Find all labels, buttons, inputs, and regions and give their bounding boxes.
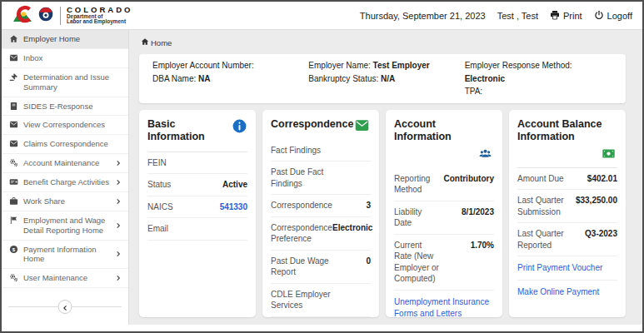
- sidebar-item-payment-information-home[interactable]: $ Payment Information Home: [2, 241, 128, 270]
- sidebar-collapse-button[interactable]: [58, 300, 72, 314]
- row-label: CDLE Employer Services: [271, 289, 332, 311]
- sidebar-item-work-share[interactable]: Work Share: [2, 192, 128, 211]
- correspondence-header: Correspondence: [271, 118, 371, 132]
- table-row: FEIN: [147, 152, 247, 175]
- table-row: Past Due Wage Report 0: [271, 251, 371, 284]
- card-title: Basic Information: [147, 118, 232, 144]
- chevron-left-icon: [62, 300, 68, 315]
- account-balance-card: Account Balance Information Amount Due $…: [509, 110, 626, 318]
- print-button[interactable]: Print: [550, 10, 582, 22]
- money-check-icon: [9, 177, 18, 186]
- table-row: Last Quarter Submission $33,250.00: [517, 190, 617, 223]
- colorado-c-logo-icon: [13, 4, 35, 27]
- table-row: Status Active: [147, 174, 247, 196]
- tpa-label: TPA:: [465, 87, 482, 96]
- content-area: Employer Home Inbox Determination and Is…: [2, 30, 642, 325]
- ui-forms-letters-link[interactable]: Unemployment Insurance Forms and Letters…: [394, 297, 489, 317]
- flag-icon: [9, 216, 18, 225]
- basic-information-header: Basic Information: [147, 118, 247, 144]
- sidebar-item-sides-e-response[interactable]: SIDES E-Response: [2, 97, 128, 117]
- preference-value: Electronic: [332, 222, 372, 234]
- dba-label: DBA Name:: [152, 74, 196, 83]
- sidebar-item-benefit-charge-activities[interactable]: Benefit Charge Activities: [2, 173, 128, 192]
- envelope-green-icon: [353, 118, 371, 132]
- row-label: Correspondence Preference: [271, 222, 332, 245]
- table-row: Correspondence 3: [271, 195, 371, 217]
- logged-in-user: Test , Test: [497, 11, 538, 21]
- table-row: Email: [147, 218, 247, 241]
- chevron-right-icon: [115, 179, 122, 186]
- account-information-header: Account Information: [394, 118, 494, 161]
- row-label: Current Rate (New Employer or Computed): [394, 240, 441, 285]
- sidebar-item-determination-issue-summary[interactable]: Determination and Issue Summary: [2, 68, 128, 97]
- cogs-icon: [9, 273, 18, 282]
- table-row: Amount Due $402.01: [517, 168, 617, 191]
- chevron-right-icon: [115, 222, 122, 229]
- chevron-right-icon: [115, 198, 122, 205]
- chevron-right-icon: [115, 251, 122, 257]
- dashboard-cards: Basic Information FEIN Status Active: [139, 110, 626, 318]
- row-label: Fact Findings: [271, 145, 332, 157]
- dollar-circle-icon: $: [9, 245, 18, 254]
- colorado-logo-marks: [13, 4, 54, 27]
- correspondence-count: 3: [332, 200, 371, 211]
- brand-divider: [60, 7, 61, 25]
- response-method-label: Employer Response Method:: [465, 61, 572, 70]
- sidebar-item-account-maintenance[interactable]: Account Maintenance: [2, 154, 128, 173]
- last-quarter-reported-value: Q3-2023: [567, 228, 617, 240]
- bankruptcy-label: Bankruptcy Status:: [308, 74, 378, 83]
- employer-info-bar: Employer Account Number: DBA Name: NA Em…: [139, 54, 626, 103]
- table-row: Reporting Method Contributory: [394, 168, 494, 201]
- employer-name-value: Test Employer: [373, 61, 430, 70]
- sidebar-nav: Employer Home Inbox Determination and Is…: [2, 30, 129, 325]
- naics-link[interactable]: 541330: [197, 201, 247, 213]
- employer-info-col-1: Employer Account Number: DBA Name: NA: [152, 59, 300, 98]
- table-row: Current Rate (New Employer or Computed) …: [394, 235, 494, 291]
- row-label: NAICS: [147, 201, 197, 213]
- row-label: Last Quarter Reported: [517, 228, 567, 251]
- amount-due-value: $402.01: [567, 173, 617, 185]
- row-label: Status: [147, 179, 197, 191]
- basic-information-card: Basic Information FEIN Status Active: [139, 110, 256, 318]
- table-row: Past Due Fact Findings: [271, 162, 371, 195]
- printer-icon: [550, 10, 560, 22]
- breadcrumb-home-link[interactable]: Home: [151, 38, 172, 47]
- row-label: Reporting Method: [394, 173, 441, 196]
- power-icon: [594, 10, 604, 22]
- sidebar-item-claims-correspondence[interactable]: Claims Correspondence: [2, 135, 128, 154]
- envelope-icon: [9, 53, 18, 62]
- cogs-icon: [9, 158, 18, 167]
- sidebar-item-view-correspondences[interactable]: View Correspondences: [2, 116, 128, 135]
- account-balance-header: Account Balance Information: [517, 118, 617, 160]
- liability-date-link[interactable]: Liability Date: [394, 206, 441, 229]
- sidebar-item-employer-home[interactable]: Employer Home: [2, 30, 128, 49]
- logoff-button[interactable]: Logoff: [594, 10, 632, 22]
- info-circle-icon[interactable]: [232, 118, 247, 134]
- sidebar-item-employment-wage-detail-reporting-home[interactable]: Employment and Wage Detail Reporting Hom…: [2, 211, 128, 241]
- chevron-right-icon: [115, 275, 122, 281]
- envelope-icon: [9, 120, 18, 129]
- current-rate-value: 1.70%: [441, 240, 494, 251]
- sidebar-item-user-maintenance[interactable]: User Maintenance: [2, 269, 128, 288]
- row-label: Past Due Wage Report: [271, 256, 332, 278]
- make-payment-link-row: Make Online Payment: [517, 281, 617, 304]
- main-panel: Home Employer Account Number: DBA Name: …: [129, 30, 642, 325]
- table-row: Liability Date 8/1/2023: [394, 201, 494, 235]
- status-value: Active: [197, 179, 247, 191]
- print-payment-voucher-link[interactable]: Print Payment Voucher: [517, 263, 602, 272]
- colorado-brand-logo: COLORADO Department of Labor and Employm…: [13, 4, 132, 27]
- sidebar-item-inbox[interactable]: Inbox: [2, 49, 128, 68]
- make-online-payment-link[interactable]: Make Online Payment: [517, 287, 599, 296]
- correspondence-card: Correspondence Fact Findings Past Due Fa…: [262, 110, 379, 318]
- reporting-method-value: Contributory: [441, 173, 494, 185]
- row-label: Past Due Fact Findings: [271, 166, 332, 189]
- book-icon: [9, 102, 18, 111]
- print-voucher-link-row: Print Payment Voucher: [517, 256, 617, 281]
- table-row: Correspondence Preference Electronic: [271, 217, 371, 251]
- users-icon: [477, 147, 494, 161]
- print-label: Print: [563, 11, 582, 21]
- card-title: Correspondence: [271, 118, 353, 132]
- row-label: Last Quarter Submission: [517, 195, 567, 217]
- bottom-strip: [2, 325, 642, 331]
- last-quarter-submission-value: $33,250.00: [567, 195, 617, 206]
